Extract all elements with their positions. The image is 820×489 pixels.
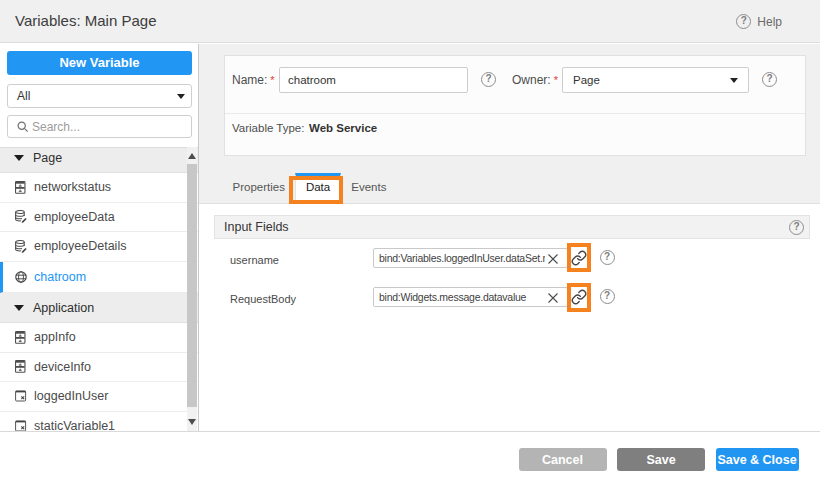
tab-events[interactable]: Events <box>341 173 396 203</box>
tree-item-staticVariable1[interactable]: staticVariable1 <box>0 412 198 432</box>
input-fields-title: Input Fields <box>224 220 289 234</box>
new-variable-button[interactable]: New Variable <box>7 51 192 75</box>
tree-group-application[interactable]: Application <box>0 293 198 323</box>
variables-tree: Page networkstatus employeeData employee… <box>0 147 198 431</box>
help-label: Help <box>757 15 782 29</box>
tab-data[interactable]: Data <box>295 173 341 203</box>
tree-item-loggedInUser[interactable]: loggedInUser <box>0 382 198 412</box>
required-asterisk: * <box>554 74 558 86</box>
name-input[interactable]: chatroom <box>279 67 468 93</box>
tree-item-label: staticVariable1 <box>34 419 115 431</box>
chevron-down-icon <box>177 94 185 99</box>
tree-item-employeeData[interactable]: employeeData <box>0 203 198 233</box>
static-variable-icon <box>15 390 27 403</box>
requestbody-help-icon[interactable]: ? <box>600 289 615 304</box>
search-icon <box>17 121 29 133</box>
tree-item-label: loggedInUser <box>34 389 108 403</box>
collapse-arrow-icon <box>14 305 24 311</box>
owner-select[interactable]: Page <box>562 67 749 93</box>
bind-link-icon[interactable] <box>571 289 587 305</box>
tree-group-label: Application <box>33 301 94 315</box>
variable-summary-card: Name:* chatroom ? Owner:* Page ? Variabl… <box>224 55 806 156</box>
tree-item-label: appInfo <box>34 330 76 344</box>
live-variable-icon <box>15 240 27 253</box>
card-divider <box>225 113 805 114</box>
web-service-variable-icon <box>15 270 27 283</box>
owner-help-icon[interactable]: ? <box>762 72 777 87</box>
live-variable-icon <box>15 210 27 223</box>
bind-link-icon[interactable] <box>571 250 587 266</box>
variable-type-label: Variable Type: <box>232 122 304 134</box>
input-fields-help-icon[interactable]: ? <box>789 220 804 235</box>
username-help-icon[interactable]: ? <box>600 250 615 265</box>
scroll-up-icon[interactable] <box>187 149 197 163</box>
dialog-title: Variables: Main Page <box>15 12 156 29</box>
variables-sidebar: New Variable All Page networkstatus <box>0 44 199 431</box>
sidebar-scrollbar[interactable] <box>187 147 197 431</box>
help-button[interactable]: ? Help <box>736 14 782 29</box>
requestbody-field-label: RequestBody <box>230 293 296 305</box>
variables-dialog: Variables: Main Page ? Help New Variable… <box>0 0 820 489</box>
data-tab-panel: Input Fields ? username bind:Variables.l… <box>199 204 820 431</box>
tree-scroll-content: Page networkstatus employeeData employee… <box>0 147 198 431</box>
name-label: Name:* <box>232 73 275 87</box>
input-fields-header: Input Fields ? <box>214 215 810 239</box>
requestbody-bind-input[interactable]: bind:Widgets.message.datavalue <box>373 287 568 307</box>
dialog-footer: Cancel Save Save & Close <box>0 431 820 489</box>
clear-binding-icon[interactable] <box>546 291 560 305</box>
variable-type-value: Web Service <box>309 122 377 134</box>
tree-item-label: employeeData <box>34 210 115 224</box>
cancel-button[interactable]: Cancel <box>519 448 607 471</box>
username-field-label: username <box>230 254 279 266</box>
username-bind-input[interactable]: bind:Variables.loggedInUser.dataSet.name <box>373 248 568 268</box>
tree-item-label: deviceInfo <box>34 360 91 374</box>
variable-filter-value: All <box>17 89 30 103</box>
variable-detail-panel: Name:* chatroom ? Owner:* Page ? Variabl… <box>199 44 820 431</box>
owner-label: Owner:* <box>512 73 558 87</box>
static-variable-icon <box>15 419 27 431</box>
tree-item-networkstatus[interactable]: networkstatus <box>0 173 198 203</box>
owner-value: Page <box>573 74 600 86</box>
name-owner-row: Name:* chatroom ? Owner:* Page ? <box>225 67 805 93</box>
tree-group-label: Page <box>33 151 62 165</box>
tree-item-employeeDetails[interactable]: employeeDetails <box>0 232 198 262</box>
detail-tabs: Properties Data Events <box>199 173 820 204</box>
device-variable-icon <box>15 331 27 344</box>
scroll-down-icon[interactable] <box>187 415 197 429</box>
tree-item-label: networkstatus <box>34 180 111 194</box>
tree-group-page[interactable]: Page <box>0 147 198 173</box>
save-button[interactable]: Save <box>617 448 705 471</box>
scrollbar-thumb[interactable] <box>187 164 197 407</box>
required-asterisk: * <box>270 74 274 86</box>
save-close-button[interactable]: Save & Close <box>716 448 799 471</box>
variable-filter-select[interactable]: All <box>7 84 192 108</box>
chevron-down-icon <box>730 78 738 83</box>
search-input[interactable] <box>32 116 187 137</box>
device-variable-icon <box>15 360 27 373</box>
device-variable-icon <box>15 181 27 194</box>
tree-item-appInfo[interactable]: appInfo <box>0 323 198 353</box>
tab-properties[interactable]: Properties <box>223 173 295 203</box>
variable-search <box>7 115 192 138</box>
dialog-header: Variables: Main Page ? Help <box>0 0 820 43</box>
help-icon: ? <box>736 14 751 29</box>
collapse-arrow-icon <box>14 155 24 161</box>
tree-item-label: chatroom <box>34 270 86 284</box>
tree-item-deviceInfo[interactable]: deviceInfo <box>0 353 198 383</box>
tree-item-chatroom[interactable]: chatroom <box>0 262 198 294</box>
clear-binding-icon[interactable] <box>546 252 560 266</box>
name-help-icon[interactable]: ? <box>481 72 496 87</box>
tree-item-label: employeeDetails <box>34 239 126 253</box>
